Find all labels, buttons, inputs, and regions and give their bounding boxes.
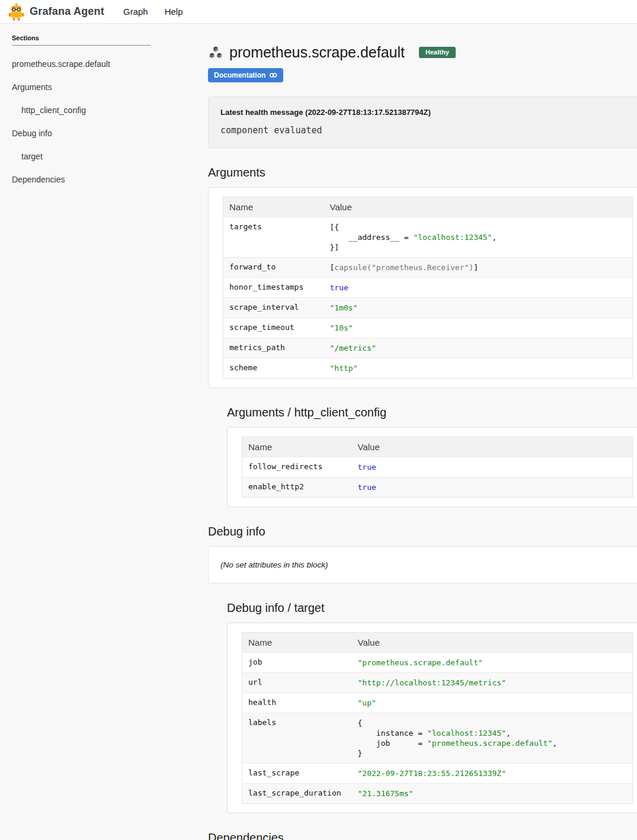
row-value: "http://localhost:12345/metrics" [352,673,633,693]
health-message-label: Latest health message (2022-09-27T18:13:… [220,108,635,117]
value-segment: "10s" [330,323,353,332]
value-line: "up" [358,698,627,708]
row-name: follow_redirects [242,457,352,477]
value-line: [{ [330,222,627,232]
row-value: "2022-09-27T18:23:55.212651339Z" [352,764,633,784]
value-segment: "up" [358,698,376,707]
documentation-button[interactable]: Documentation [208,68,283,82]
table-row: labels{ instance = "localhost:12345", jo… [242,713,633,764]
row-value: "prometheus.scrape.default" [352,653,633,673]
value-segment: __address__ = [330,233,414,242]
value-line: true [330,283,627,293]
table-row: targets[{ __address__ = "localhost:12345… [223,217,633,258]
value-line: job = "prometheus.scrape.default", [358,738,627,748]
nav-item-help[interactable]: Help [165,7,183,17]
section-heading-debug-target: Debug info / target [227,601,637,615]
value-segment: "1m0s" [330,303,358,312]
table-row: follow_redirectstrue [242,457,633,477]
value-line: "1m0s" [330,303,627,313]
value-segment: ] [473,263,478,272]
sidebar-item-target[interactable]: target [12,152,154,161]
value-line: } [358,748,627,758]
row-name: metrics_path [223,338,324,358]
table-row: honor_timestampstrue [223,278,633,298]
value-line: "10s" [330,323,627,333]
value-line: true [358,462,627,472]
value-segment: "http://localhost:12345/metrics" [358,678,506,687]
sidebar-item-debug-info[interactable]: Debug info [12,129,154,138]
table-row: url"http://localhost:12345/metrics" [242,673,633,693]
empty-attributes-note: (No set attributes in this block) [220,560,635,569]
sidebar-item-dependencies[interactable]: Dependencies [12,175,154,184]
table-row: forward_to[capsule("prometheus.Receiver"… [223,258,633,278]
top-nav: Graph Help [123,7,183,17]
row-value: true [352,477,633,498]
value-segment: true [358,483,376,492]
page-title: prometheus.scrape.default [229,44,405,61]
row-name: last_scrape [242,764,352,784]
row-name: honor_timestamps [223,278,324,298]
row-name: scrape_timeout [223,318,324,338]
value-line: "http" [330,363,627,373]
row-name: last_scrape_duration [242,784,352,804]
value-segment: } [358,749,363,758]
row-name: labels [242,713,352,764]
value-line: "prometheus.scrape.default" [358,658,627,668]
health-message-box: Latest health message (2022-09-27T18:13:… [208,97,637,148]
sections-title: Sections [12,34,151,46]
value-segment: "prometheus.scrape.default" [358,658,483,667]
health-badge: Healthy [419,47,456,58]
column-header: Value [352,437,633,457]
value-segment: , [506,729,511,738]
row-value: [capsule("prometheus.Receiver")] [324,258,633,278]
sidebar-item-arguments[interactable]: Arguments [12,82,154,92]
sidebar-item-http-client-config[interactable]: http_client_config [12,105,154,115]
health-message-text: component evaluated [220,125,635,136]
row-name: targets [223,217,324,258]
value-line: "http://localhost:12345/metrics" [358,678,627,688]
row-name: forward_to [223,258,324,278]
table-header-row: NameValue [223,197,633,217]
value-segment: "prometheus.scrape.default" [427,739,552,748]
cubes-icon [208,45,223,60]
value-line: "/metrics" [330,343,627,353]
row-value: "/metrics" [324,338,633,358]
column-header: Value [324,197,633,217]
value-segment: , [492,233,497,242]
row-value: [{ __address__ = "localhost:12345",}] [324,217,633,258]
table-row: scrape_timeout"10s" [223,318,633,338]
column-header: Name [242,633,352,653]
row-value: "up" [352,693,633,713]
table-row: scrape_interval"1m0s" [223,298,633,318]
row-name: scrape_interval [223,298,324,318]
value-segment: "/metrics" [330,344,376,352]
row-value: true [324,278,633,298]
row-value: "10s" [324,318,633,338]
value-line: __address__ = "localhost:12345", [330,232,627,242]
row-name: scheme [223,358,324,379]
table-row: last_scrape_duration"21.31675ms" [242,784,633,804]
arguments-table: NameValue targets[{ __address__ = "local… [223,197,633,379]
row-name: health [242,693,352,713]
value-segment: "http" [330,364,358,373]
row-value: { instance = "localhost:12345", job = "p… [352,713,633,764]
sidebar-item-prometheus-scrape-default[interactable]: prometheus.scrape.default [12,59,154,69]
row-name: url [242,673,352,693]
nav-item-graph[interactable]: Graph [123,7,148,17]
value-segment: "21.31675ms" [358,789,414,798]
brand[interactable]: Grafana Agent [8,3,104,21]
table-row: metrics_path"/metrics" [223,338,633,358]
grafana-agent-robot-icon [8,3,24,21]
value-line: instance = "localhost:12345", [358,728,627,738]
debug-target-table: NameValue job"prometheus.scrape.default"… [242,632,633,804]
value-segment: "localhost:12345" [427,729,506,738]
column-header: Name [242,437,352,457]
section-heading-dependencies: Dependencies [208,831,637,840]
section-heading-debug-info: Debug info [208,525,637,538]
main-content: prometheus.scrape.default Healthy Docume… [208,24,637,840]
value-segment: }] [330,243,340,252]
value-segment: { [358,719,363,727]
table-row: enable_http2true [242,477,633,498]
value-segment: instance = [358,729,427,738]
section-heading-http-client-config: Arguments / http_client_config [227,406,637,419]
